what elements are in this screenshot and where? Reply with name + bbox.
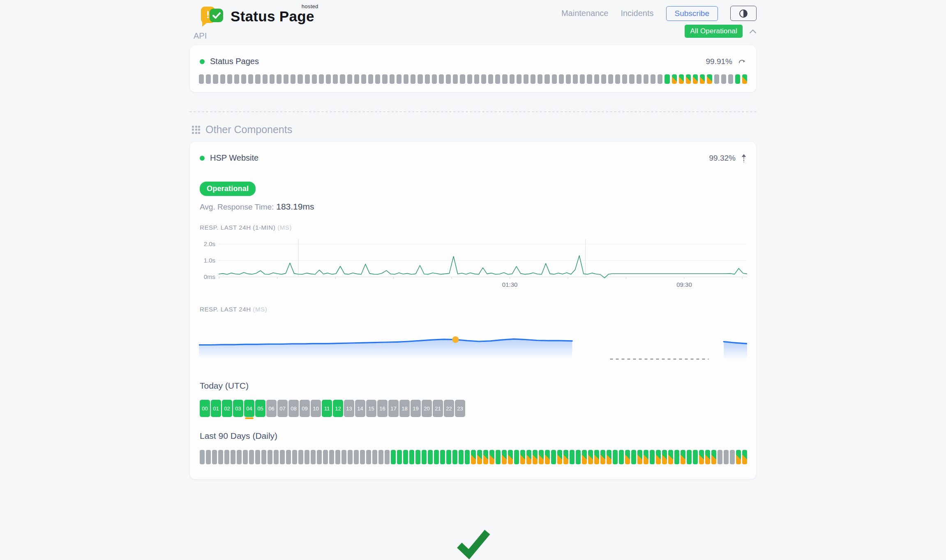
daily-uptime-bar[interactable] xyxy=(378,450,383,464)
daily-uptime-bar[interactable] xyxy=(397,450,402,464)
daily-uptime-bar[interactable] xyxy=(422,450,427,464)
daily-uptime-bar[interactable] xyxy=(674,450,679,464)
uptime-bar[interactable] xyxy=(326,74,331,84)
daily-uptime-bar[interactable] xyxy=(286,450,291,464)
uptime-bar[interactable] xyxy=(347,74,352,84)
response-time-area-chart[interactable] xyxy=(199,319,747,367)
daily-uptime-bar[interactable] xyxy=(637,450,642,464)
uptime-bar[interactable] xyxy=(319,74,324,84)
uptime-bar[interactable] xyxy=(439,74,444,84)
uptime-bar[interactable] xyxy=(411,74,415,84)
uptime-bar[interactable] xyxy=(263,74,268,84)
hour-block-02[interactable]: 02 xyxy=(222,400,232,417)
daily-uptime-bar[interactable] xyxy=(446,450,451,464)
uptime-bar[interactable] xyxy=(375,74,380,84)
uptime-bar[interactable] xyxy=(510,74,515,84)
daily-uptime-bar[interactable] xyxy=(582,450,587,464)
uptime-bar[interactable] xyxy=(502,74,507,84)
daily-uptime-bar[interactable] xyxy=(471,450,476,464)
uptime-bar[interactable] xyxy=(361,74,366,84)
daily-uptime-bar[interactable] xyxy=(335,450,340,464)
uptime-bar[interactable] xyxy=(397,74,401,84)
uptime-bar[interactable] xyxy=(714,74,719,84)
subscribe-button[interactable]: Subscribe xyxy=(666,6,718,21)
daily-uptime-bar[interactable] xyxy=(742,450,747,464)
daily-uptime-bar[interactable] xyxy=(594,450,599,464)
uptime-bar[interactable] xyxy=(340,74,345,84)
daily-uptime-bar[interactable] xyxy=(681,450,685,464)
nav-maintenance[interactable]: Maintenance xyxy=(561,9,609,18)
uptime-bar[interactable] xyxy=(693,74,698,84)
uptime-bar[interactable] xyxy=(270,74,275,84)
hour-block-06[interactable]: 06 xyxy=(266,400,277,417)
daily-uptime-bar[interactable] xyxy=(730,450,735,464)
uptime-bar[interactable] xyxy=(382,74,387,84)
daily-uptime-bar[interactable] xyxy=(526,450,531,464)
uptime-bar[interactable] xyxy=(474,74,479,84)
uptime-bar[interactable] xyxy=(615,74,620,84)
daily-uptime-bar[interactable] xyxy=(668,450,673,464)
daily-uptime-bar[interactable] xyxy=(403,450,408,464)
uptime-bar[interactable] xyxy=(234,74,239,84)
daily-uptime-bar[interactable] xyxy=(459,450,464,464)
hour-block-01[interactable]: 01 xyxy=(211,400,221,417)
uptime-bar[interactable] xyxy=(658,74,662,84)
uptime-bar[interactable] xyxy=(241,74,246,84)
uptime-bar[interactable] xyxy=(587,74,592,84)
uptime-bar[interactable] xyxy=(460,74,465,84)
hour-block-03[interactable]: 03 xyxy=(233,400,243,417)
daily-uptime-bar[interactable] xyxy=(600,450,605,464)
uptime-bar[interactable] xyxy=(277,74,281,84)
uptime-bar[interactable] xyxy=(488,74,493,84)
uptime-bar[interactable] xyxy=(354,74,359,84)
uptime-bar[interactable] xyxy=(566,74,571,84)
uptime-bar[interactable] xyxy=(545,74,549,84)
daily-uptime-bar[interactable] xyxy=(200,450,205,464)
uptime-bar[interactable] xyxy=(206,74,211,84)
daily-uptime-bar[interactable] xyxy=(718,450,722,464)
daily-uptime-bar[interactable] xyxy=(329,450,334,464)
uptime-bar[interactable] xyxy=(418,74,422,84)
daily-uptime-bar[interactable] xyxy=(477,450,482,464)
daily-uptime-bar[interactable] xyxy=(274,450,279,464)
uptime-bar[interactable] xyxy=(707,74,712,84)
uptime-bar[interactable] xyxy=(594,74,599,84)
daily-uptime-bar[interactable] xyxy=(348,450,353,464)
theme-toggle-button[interactable] xyxy=(730,6,757,21)
daily-uptime-bar[interactable] xyxy=(218,450,223,464)
hour-block-22[interactable]: 22 xyxy=(444,400,454,417)
uptime-bar[interactable] xyxy=(735,74,740,84)
daily-uptime-bar[interactable] xyxy=(644,450,648,464)
daily-uptime-bar[interactable] xyxy=(311,450,316,464)
daily-uptime-bar[interactable] xyxy=(650,450,655,464)
hour-block-19[interactable]: 19 xyxy=(411,400,421,417)
uptime-bar[interactable] xyxy=(531,74,535,84)
daily-uptime-bar[interactable] xyxy=(631,450,636,464)
hour-block-05[interactable]: 05 xyxy=(255,400,265,417)
uptime-bar[interactable] xyxy=(721,74,726,84)
uptime-bar[interactable] xyxy=(580,74,585,84)
uptime-bar[interactable] xyxy=(291,74,295,84)
hour-block-17[interactable]: 17 xyxy=(388,400,399,417)
daily-uptime-bar[interactable] xyxy=(693,450,698,464)
daily-uptime-bar[interactable] xyxy=(724,450,729,464)
daily-uptime-bar[interactable] xyxy=(409,450,414,464)
hour-block-11[interactable]: 11 xyxy=(322,400,332,417)
uptime-bar[interactable] xyxy=(453,74,458,84)
hour-block-04[interactable]: 04 xyxy=(244,400,254,417)
daily-uptime-bar[interactable] xyxy=(243,450,248,464)
daily-uptime-bar[interactable] xyxy=(305,450,309,464)
uptime-bar[interactable] xyxy=(404,74,408,84)
uptime-bar[interactable] xyxy=(305,74,310,84)
uptime-bar[interactable] xyxy=(425,74,430,84)
uptime-bar[interactable] xyxy=(284,74,288,84)
nav-incidents[interactable]: Incidents xyxy=(621,9,653,18)
hour-block-13[interactable]: 13 xyxy=(344,400,354,417)
uptime-bar[interactable] xyxy=(333,74,338,84)
hour-block-21[interactable]: 21 xyxy=(433,400,443,417)
hour-block-18[interactable]: 18 xyxy=(399,400,410,417)
uptime-bar[interactable] xyxy=(742,74,747,84)
daily-uptime-bar[interactable] xyxy=(619,450,624,464)
daily-uptime-bar[interactable] xyxy=(366,450,371,464)
daily-uptime-bar[interactable] xyxy=(514,450,519,464)
